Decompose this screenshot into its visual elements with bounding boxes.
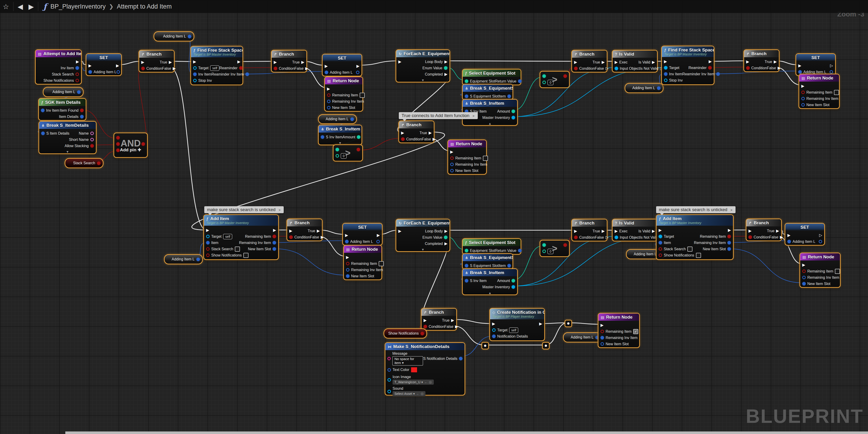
n_set3-pin-pin[interactable] bbox=[830, 70, 833, 74]
n_return3-new-item-slot-pin[interactable] bbox=[801, 103, 805, 107]
n_branch1[interactable]: ↱Branch▶▶TrueCondition▶False bbox=[138, 50, 175, 73]
n_return1-new-item-slot-pin[interactable] bbox=[327, 106, 331, 109]
n_return4-remaining-inv-item-pin[interactable] bbox=[346, 268, 349, 271]
breadcrumb-leaf[interactable]: Attempt to Add Item bbox=[117, 3, 172, 10]
n_greater2-widget[interactable]: 0 bbox=[548, 80, 554, 85]
n_return5[interactable]: ▤Return Node▶Remaining ItemRemaining Inv… bbox=[800, 253, 841, 288]
n_return1-pin-pin[interactable]: ▶ bbox=[327, 87, 330, 91]
wire-exec[interactable] bbox=[452, 320, 493, 324]
n_breakinv2-header[interactable]: ⋔Break S_InvItem bbox=[463, 269, 517, 276]
n_greater1-pin-pin[interactable] bbox=[336, 148, 339, 151]
n_additem1-stack-search-pin[interactable] bbox=[206, 247, 210, 251]
n_greater1-widget[interactable]: 0 bbox=[341, 153, 347, 159]
n_breakdetails-allow-stacking-pin[interactable] bbox=[90, 144, 94, 148]
wire-exec[interactable] bbox=[445, 61, 575, 61]
n_return3-remaining-inv-item-pin[interactable] bbox=[801, 97, 805, 100]
n_additem2[interactable]: ƒAdd ItemTarget is BP Master Inventory▶▶… bbox=[656, 214, 734, 260]
n_set1-pin-pin[interactable]: ▶ bbox=[89, 64, 91, 67]
n_branch1-condition-pin[interactable] bbox=[141, 67, 145, 70]
n_branch6-condition-pin[interactable] bbox=[289, 235, 293, 239]
n_return1[interactable]: ▤Return Node▶Remaining ItemRemaining Inv… bbox=[324, 77, 363, 112]
n_breakinv_s1[interactable]: ⋔Break S_InvItemS Inv ItemAmount▼ bbox=[318, 125, 362, 145]
n_branch9-pin-pin[interactable]: ▶ bbox=[424, 319, 427, 322]
n_additem1-new-item-slot-pin[interactable] bbox=[273, 247, 276, 251]
n_attempt-show-notifications-pin[interactable] bbox=[75, 79, 79, 82]
n_branch7[interactable]: ↱Branch▶▶TrueCondition▷False bbox=[571, 219, 608, 241]
n_breakinv_s1-header[interactable]: ⋔Break S_InvItem bbox=[319, 125, 362, 133]
n_branch8-header[interactable]: ↱Branch bbox=[746, 219, 781, 226]
wire-blue[interactable] bbox=[274, 249, 346, 275]
n_greater3[interactable]: 0> bbox=[539, 240, 570, 257]
variable-get-pill_ail_7[interactable]: Adding Item L bbox=[563, 332, 602, 343]
n_additem1-widget[interactable] bbox=[235, 247, 240, 252]
variable-get-pill_stacksearch[interactable]: Stack Search bbox=[65, 158, 103, 168]
n_branch2-header[interactable]: ↱Branch bbox=[272, 51, 306, 58]
n_breakeq1[interactable]: ⋔Break S_EquipmentSlotS Equipment SlotIt… bbox=[462, 84, 513, 100]
n_branch8-true-pin[interactable]: ▶ bbox=[776, 229, 779, 233]
n_set2-pin-pin[interactable]: ▶ bbox=[356, 64, 360, 68]
n_breakinv2-expand-arrow-icon[interactable]: ▲ bbox=[463, 291, 517, 296]
n_select2[interactable]: ƒSelect Equipment SlotEquipment SlotRetu… bbox=[462, 238, 521, 255]
n_branch4-true-pin[interactable]: ▶ bbox=[602, 60, 605, 64]
n_branch1-pin-pin[interactable]: ▶ bbox=[141, 60, 144, 64]
n_breakdetails[interactable]: ⋔Break S_ItemDetailsS Item DetailsNameSh… bbox=[38, 121, 97, 154]
n_additem2-pin-pin[interactable]: ▶ bbox=[728, 229, 731, 232]
n_branch9-header[interactable]: ↱Branch bbox=[422, 309, 456, 316]
n_return5-remaining-inv-item-pin[interactable] bbox=[802, 276, 806, 279]
forward-arrow-icon[interactable]: ▶ bbox=[29, 3, 34, 11]
n_isvalid1-is-valid-pin[interactable]: ▶ bbox=[652, 60, 655, 64]
n_set2-pin-pin[interactable] bbox=[356, 71, 360, 74]
n_additem2-item-pin[interactable] bbox=[659, 241, 662, 244]
variable-get-pill_shownotif[interactable]: Show Notifications bbox=[383, 328, 427, 339]
n_sgk-inv-item-pin[interactable] bbox=[41, 109, 44, 112]
n_sgk[interactable]: ƒSGK Item DetailsInv ItemItem FoundItem … bbox=[38, 98, 86, 121]
n_foreach1-enum-value-pin[interactable] bbox=[444, 66, 447, 70]
n_ffss2-target-pin[interactable] bbox=[664, 66, 668, 69]
n_breakeq1-item-pin[interactable] bbox=[507, 94, 511, 98]
n_return6-pin-pin[interactable]: ▶ bbox=[600, 323, 603, 327]
node-comment[interactable]: make sure stack search is unticked➤ bbox=[204, 206, 284, 213]
n_and[interactable]: ANDAdd pin ✚ bbox=[114, 133, 148, 158]
n_select1-equipment-slot-pin[interactable] bbox=[465, 80, 468, 83]
n_set3[interactable]: SET▶▷Adding Item L bbox=[796, 53, 836, 76]
n_additem2-show-notifications-pin[interactable] bbox=[659, 254, 662, 257]
n_select2-return-value-pin[interactable] bbox=[518, 249, 522, 252]
n_isvalid2-header[interactable]: ?Is Valid bbox=[613, 220, 657, 227]
n_breakdetails-s-item-details-pin[interactable] bbox=[41, 132, 45, 135]
n_branch9-false-pin[interactable]: ▶ bbox=[455, 325, 458, 328]
n_ffss1[interactable]: ƒFind Free Stack SpaceTarget is BP Maste… bbox=[190, 46, 243, 85]
n_set4-pin-pin[interactable]: ▶ bbox=[345, 234, 348, 237]
n_isvalid2-exec-pin[interactable]: ▶ bbox=[615, 229, 618, 233]
n_branch6-true-pin[interactable]: ▶ bbox=[317, 229, 320, 233]
wire-exec[interactable] bbox=[239, 61, 274, 62]
n_branch5[interactable]: ↱Branch▶▶TrueCondition▶False bbox=[743, 49, 779, 72]
n_foreach2-pin-pin[interactable]: ▶ bbox=[398, 229, 401, 233]
n_return1-remaining-inv-item-pin[interactable] bbox=[327, 99, 331, 103]
n_additem2-new-item-slot-pin[interactable] bbox=[727, 247, 731, 251]
n_makenotif-s-notification-details-pin[interactable] bbox=[459, 357, 463, 360]
n_breakinv2-master-inventory-pin[interactable] bbox=[512, 285, 515, 289]
n_ffss2-inv-item-pin[interactable] bbox=[664, 72, 668, 76]
n_set4-pin-pin[interactable]: ▶ bbox=[377, 234, 380, 237]
n_return4-remaining-item-pin[interactable] bbox=[346, 262, 349, 265]
n_branch5-condition-pin[interactable] bbox=[746, 66, 750, 70]
n_breakinv2[interactable]: ⋔Break S_InvItemS Inv ItemAmountMaster I… bbox=[462, 268, 518, 295]
n_branch2-true-pin[interactable]: ▶ bbox=[301, 60, 304, 64]
variable-get-pill_ail_2[interactable]: Adding Item L bbox=[318, 114, 357, 124]
n_return2-remaining-inv-item-pin[interactable] bbox=[450, 163, 454, 166]
n_isvalid1-input-object-pin[interactable] bbox=[615, 67, 618, 70]
n_return1-remaining-item-pin[interactable] bbox=[327, 93, 331, 97]
n_breakinv1-master-inventory-pin[interactable] bbox=[512, 116, 515, 119]
n_ffss2-pin-pin[interactable]: ▶ bbox=[709, 60, 712, 63]
n_set5-pin-pin[interactable]: ▶ bbox=[787, 234, 790, 237]
n_breakinv1-expand-arrow-icon[interactable]: ▲ bbox=[463, 122, 517, 126]
pill_ail_3-pin-pin[interactable] bbox=[657, 86, 660, 90]
n_additem1-pin-pin[interactable]: ▶ bbox=[206, 229, 209, 232]
n_branch9-true-pin[interactable]: ▶ bbox=[451, 319, 454, 322]
wire-exec[interactable] bbox=[710, 61, 747, 61]
n_ffss1-pin-pin[interactable]: ▶ bbox=[237, 60, 240, 63]
n_branch7-condition-pin[interactable] bbox=[574, 236, 578, 239]
n_return4-new-item-slot-pin[interactable] bbox=[346, 274, 349, 278]
n_set3-pin-pin[interactable]: ▶ bbox=[798, 64, 801, 67]
n_select1[interactable]: ƒSelect Equipment SlotEquipment SlotRetu… bbox=[462, 69, 521, 85]
